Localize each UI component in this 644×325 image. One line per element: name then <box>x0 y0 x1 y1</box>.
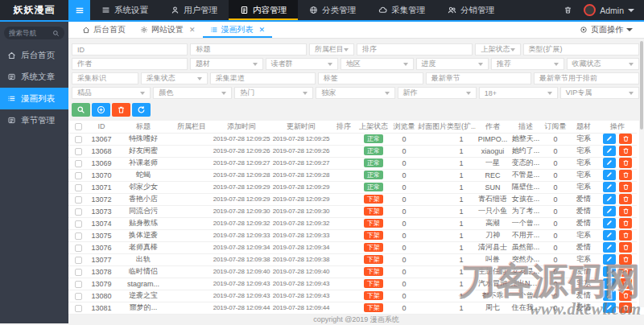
cell-title[interactable]: 换体逆袭 <box>115 229 171 241</box>
filter-field[interactable]: 采集状态 <box>141 72 208 84</box>
edit-button[interactable] <box>603 206 616 216</box>
delete-button[interactable] <box>619 158 632 168</box>
filter-field[interactable]: 地区 <box>341 58 414 70</box>
cell-title[interactable]: 补课老师 <box>115 157 171 169</box>
page-actions-dropdown[interactable]: 页面操作 <box>580 22 644 38</box>
status-badge[interactable]: 下架 <box>364 255 383 265</box>
nav-item-user-management[interactable]: 用户管理 <box>159 0 229 20</box>
delete-button[interactable] <box>619 194 632 204</box>
row-checkbox[interactable] <box>75 245 82 252</box>
search-button[interactable] <box>72 103 90 117</box>
edit-button[interactable] <box>603 254 616 265</box>
delete-button[interactable] <box>619 290 632 301</box>
edit-button[interactable] <box>603 242 616 253</box>
cell-title[interactable]: 老师真棒 <box>115 241 171 253</box>
filter-field[interactable]: 作者 <box>72 58 188 70</box>
cell-title[interactable]: 贴身教练 <box>115 217 171 229</box>
filter-field[interactable]: 进度 <box>416 58 489 70</box>
edit-button[interactable] <box>603 182 616 192</box>
filter-field[interactable]: 读者群 <box>266 58 339 70</box>
add-button[interactable] <box>92 103 110 117</box>
edit-button[interactable] <box>603 158 616 168</box>
filter-field[interactable]: 推荐 <box>491 58 564 70</box>
close-icon[interactable]: ✕ <box>189 26 196 34</box>
delete-button[interactable] <box>619 134 632 144</box>
filter-field[interactable]: 上架状态 <box>475 43 520 56</box>
status-badge[interactable]: 下架 <box>364 231 383 241</box>
cell-title[interactable]: 同流合污 <box>115 205 171 217</box>
status-badge[interactable]: 正常 <box>364 171 383 180</box>
row-checkbox[interactable] <box>75 257 82 264</box>
filter-field[interactable]: 收藏状态 <box>567 58 640 70</box>
scrollbar-thumb[interactable] <box>640 41 643 130</box>
status-badge[interactable]: 正常 <box>364 146 383 156</box>
status-badge[interactable]: 下架 <box>364 279 383 289</box>
vertical-scrollbar[interactable] <box>639 39 644 307</box>
filter-field[interactable]: 标题 <box>190 43 306 56</box>
filter-field[interactable]: 新作 <box>398 87 477 99</box>
filter-field[interactable]: ID <box>72 43 188 56</box>
cell-title[interactable]: stagram... <box>115 278 171 290</box>
delete-button[interactable] <box>619 278 632 289</box>
edit-button[interactable] <box>603 266 616 277</box>
cell-title[interactable]: 出轨 <box>115 253 171 265</box>
row-checkbox[interactable] <box>75 184 82 191</box>
tab-comic-list[interactable]: 漫画列表 ✕ <box>203 22 273 38</box>
nav-item-collection-management[interactable]: 采集管理 <box>367 0 436 20</box>
edit-button[interactable] <box>603 218 616 228</box>
status-badge[interactable]: 正常 <box>364 183 383 192</box>
edit-button[interactable] <box>603 194 616 204</box>
status-badge[interactable]: 下架 <box>364 291 383 301</box>
status-badge[interactable]: 下架 <box>364 219 383 228</box>
sidebar-search[interactable] <box>4 27 64 39</box>
delete-button[interactable] <box>619 230 632 241</box>
tab-dashboard[interactable]: 后台首页 <box>75 22 133 38</box>
row-checkbox[interactable] <box>75 269 82 276</box>
delete-button[interactable] <box>619 242 632 253</box>
row-checkbox[interactable] <box>75 148 82 155</box>
status-badge[interactable]: 正常 <box>364 134 383 144</box>
status-badge[interactable]: 下架 <box>364 207 383 216</box>
sidebar-search-input[interactable] <box>9 29 50 37</box>
delete-button[interactable] <box>619 302 632 313</box>
refresh-button[interactable] <box>132 103 151 117</box>
row-checkbox[interactable] <box>75 281 82 288</box>
clear-cache-icon[interactable] <box>564 6 572 14</box>
close-icon[interactable]: ✕ <box>259 26 266 34</box>
filter-field[interactable]: VIP专属 <box>560 87 639 99</box>
edit-button[interactable] <box>603 134 616 144</box>
nav-item-distribution-management[interactable]: 分销管理 <box>436 0 506 20</box>
filter-field[interactable]: 18+ <box>479 87 558 99</box>
select-all-checkbox[interactable] <box>75 123 82 130</box>
filter-field[interactable]: 类型(扩展) <box>523 43 639 56</box>
delete-button[interactable] <box>619 182 632 192</box>
edit-button[interactable] <box>603 278 616 289</box>
nav-item-system-settings[interactable]: 系统设置 <box>90 0 159 20</box>
sidebar-item-dashboard[interactable]: 后台首页 <box>0 44 68 66</box>
row-checkbox[interactable] <box>75 196 82 204</box>
admin-menu[interactable]: Admin <box>584 4 634 16</box>
cell-title[interactable]: 逆袭之宝 <box>115 290 171 302</box>
row-checkbox[interactable] <box>75 172 82 179</box>
cell-title[interactable]: 香艳小店 <box>115 193 171 205</box>
filter-field[interactable]: 颜色 <box>153 87 232 99</box>
cell-title[interactable]: 蛇蝎 <box>115 169 171 181</box>
cell-title[interactable]: 噩梦的... <box>115 302 171 314</box>
filter-field[interactable]: 采集渠道 <box>210 72 316 84</box>
status-badge[interactable]: 下架 <box>364 303 383 313</box>
edit-button[interactable] <box>603 290 616 301</box>
sidebar-item-articles[interactable]: 系统文章 <box>0 66 68 88</box>
status-badge[interactable]: 正常 <box>364 158 383 168</box>
sidebar-item-chapter-management[interactable]: 章节管理 <box>0 109 68 131</box>
edit-button[interactable] <box>603 170 616 180</box>
filter-field[interactable]: 独家 <box>316 87 394 99</box>
row-checkbox[interactable] <box>75 136 82 143</box>
filter-field[interactable]: 精品 <box>72 87 151 99</box>
filter-field[interactable]: 排序 <box>357 43 473 56</box>
filter-field[interactable]: 题材 <box>190 58 263 70</box>
edit-button[interactable] <box>603 146 616 156</box>
delete-button[interactable] <box>619 254 632 265</box>
delete-button[interactable] <box>619 170 632 180</box>
status-badge[interactable]: 下架 <box>364 243 383 253</box>
cell-title[interactable]: 特殊嗜好 <box>115 133 171 145</box>
